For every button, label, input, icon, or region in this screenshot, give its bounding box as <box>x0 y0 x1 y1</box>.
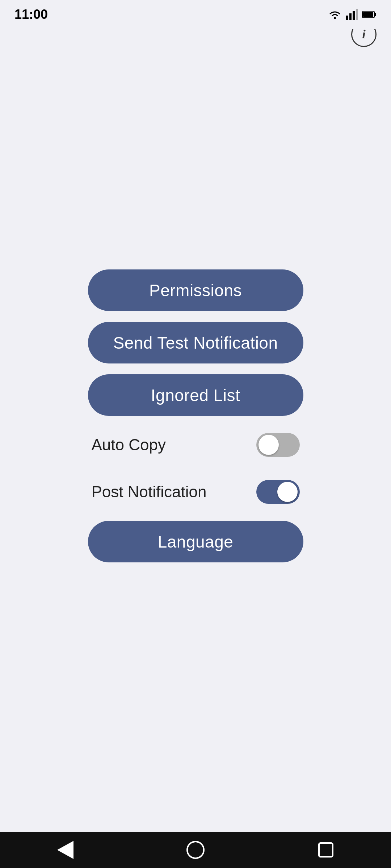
status-time: 11:00 <box>14 7 48 22</box>
nav-home-button[interactable] <box>185 839 206 861</box>
svg-rect-7 <box>363 12 373 17</box>
svg-rect-3 <box>353 11 355 20</box>
nav-back-button[interactable] <box>54 839 76 861</box>
svg-rect-1 <box>346 16 348 20</box>
home-icon <box>186 841 205 859</box>
recent-icon <box>318 842 333 858</box>
wifi-icon <box>328 9 342 20</box>
battery-icon <box>362 10 377 19</box>
ignored-list-button[interactable]: Ignored List <box>88 374 303 416</box>
signal-icon <box>346 9 358 20</box>
main-content: Permissions Send Test Notification Ignor… <box>0 0 391 832</box>
svg-rect-6 <box>374 13 376 16</box>
auto-copy-label: Auto Copy <box>92 436 166 454</box>
post-notification-label: Post Notification <box>92 483 207 501</box>
post-notification-slider <box>256 480 300 504</box>
post-notification-toggle[interactable] <box>256 480 300 504</box>
nav-recent-button[interactable] <box>315 839 337 861</box>
svg-rect-4 <box>356 9 358 20</box>
auto-copy-toggle[interactable] <box>256 433 300 457</box>
post-notification-knob <box>277 482 298 502</box>
status-bar: 11:00 <box>0 0 391 29</box>
buttons-container: Permissions Send Test Notification Ignor… <box>0 269 391 562</box>
nav-bar <box>0 832 391 868</box>
language-button[interactable]: Language <box>88 521 303 562</box>
auto-copy-slider <box>256 433 300 457</box>
status-icons <box>328 9 377 20</box>
auto-copy-row: Auto Copy <box>88 427 303 463</box>
svg-rect-2 <box>349 13 352 20</box>
permissions-button[interactable]: Permissions <box>88 269 303 311</box>
svg-point-0 <box>334 17 336 19</box>
post-notification-row: Post Notification <box>88 474 303 510</box>
auto-copy-knob <box>258 435 279 455</box>
back-icon <box>57 841 73 859</box>
send-test-notification-button[interactable]: Send Test Notification <box>88 322 303 363</box>
